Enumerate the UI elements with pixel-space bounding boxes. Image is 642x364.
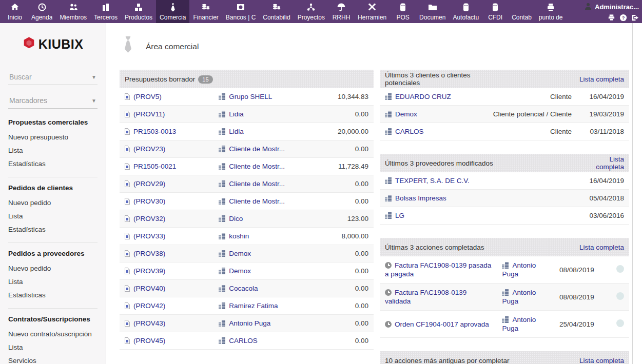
autoinvoice-database-icon xyxy=(461,2,471,12)
document-icon xyxy=(125,180,130,187)
company-link[interactable]: Demox xyxy=(229,267,251,275)
company-link[interactable]: Ramirez Fatima xyxy=(229,302,278,310)
amount: 123.00 xyxy=(318,210,374,228)
nav-rrhh[interactable]: RRHH xyxy=(328,0,354,23)
sidebar-item-estadisticas-propuestas[interactable]: Estadísticas xyxy=(8,157,98,171)
sidebar-title-contratos[interactable]: Contratos/Suscripciones xyxy=(8,315,98,323)
nav-inicio[interactable]: Inicio xyxy=(2,0,28,23)
customers-full-list-link[interactable]: Lista completa xyxy=(579,75,624,83)
customer-link[interactable]: Demox xyxy=(395,110,417,118)
sidebar-item-lista-pedidos-clientes[interactable]: Lista xyxy=(8,210,98,223)
customer-link[interactable]: EDUARDO CRUZ xyxy=(395,93,451,100)
company-link[interactable]: Cliente de Mostr... xyxy=(229,163,285,170)
commercial-area-icon xyxy=(120,35,137,57)
page-title: Área comercial xyxy=(146,42,199,51)
proposal-ref-link[interactable]: (PROV45) xyxy=(133,337,165,345)
nav-contabilidad[interactable]: Contabilid xyxy=(259,0,294,23)
company-icon xyxy=(219,146,225,152)
proposal-ref-link[interactable]: (PROV39) xyxy=(133,267,165,275)
nav-documentos[interactable]: Documen xyxy=(416,0,449,23)
scrollbar-edge[interactable] xyxy=(632,23,633,364)
pos-database-icon xyxy=(398,2,408,12)
commercial-tie-icon xyxy=(168,2,178,12)
company-icon xyxy=(219,233,225,239)
company-link[interactable]: Cocacola xyxy=(229,285,258,292)
proposal-ref-link[interactable]: (PROV38) xyxy=(133,250,165,257)
nav-cfdi[interactable]: CFDI xyxy=(482,0,508,23)
proposal-ref-link[interactable]: (PROV40) xyxy=(133,285,165,292)
sidebar-item-lista-pedidos-proveedores[interactable]: Lista xyxy=(8,275,98,289)
company-link[interactable]: Lidia xyxy=(229,128,244,135)
actions-todo-full-list-link[interactable]: Lista completa xyxy=(579,357,624,364)
nav-productos[interactable]: Productos xyxy=(121,0,156,23)
proposal-ref-link[interactable]: (PROV23) xyxy=(133,145,165,153)
company-link[interactable]: Grupo SHELL xyxy=(229,93,272,100)
company-link[interactable]: Antonio Puga xyxy=(229,319,270,327)
company-link[interactable]: Lidia xyxy=(229,110,244,118)
company-link[interactable]: CARLOS xyxy=(229,337,258,345)
company-link[interactable]: Cliente de Mostr... xyxy=(229,180,285,188)
nav-comercial-active[interactable]: Comercia xyxy=(156,0,189,23)
sidebar-title-pedidos-clientes[interactable]: Pedidos de clientes xyxy=(8,184,98,192)
proposal-ref-link[interactable]: PR1505-0021 xyxy=(133,163,176,170)
search-select[interactable]: Buscar ▼ xyxy=(8,69,98,85)
print-icon[interactable] xyxy=(608,14,615,22)
action-link[interactable]: Factura FAC1908-0139 validada xyxy=(385,289,466,305)
actions-done-full-list-link[interactable]: Lista completa xyxy=(579,244,624,251)
proposal-ref-link[interactable]: PR1503-0013 xyxy=(133,128,176,135)
sidebar-title-pedidos-proveedores[interactable]: Pedidos a proveedores xyxy=(8,250,98,257)
nav-bancos[interactable]: Bancos | C xyxy=(222,0,259,23)
company-link[interactable]: Cliente de Mostr... xyxy=(229,197,285,205)
company-link[interactable]: koshin xyxy=(229,232,249,240)
proposal-ref-link[interactable]: (PROV5) xyxy=(133,93,162,100)
nav-contab[interactable]: Contab xyxy=(508,0,535,23)
sidebar-item-nuevo-contrato[interactable]: Nuevo contrato/suscripción xyxy=(8,328,98,341)
logout-icon[interactable] xyxy=(631,14,639,22)
sidebar-item-nuevo-pedido-cliente[interactable]: Nuevo pedido xyxy=(8,196,98,210)
supplier-link[interactable]: Bolsas Impresas xyxy=(395,194,446,202)
customer-link[interactable]: CARLOS xyxy=(395,128,424,135)
sidebar-item-lista-contratos[interactable]: Lista xyxy=(8,341,98,354)
sidebar-title-propuestas[interactable]: Propuestas comerciales xyxy=(8,118,98,126)
nav-terceros[interactable]: Terceros xyxy=(90,0,121,23)
proposal-ref-link[interactable]: (PROV42) xyxy=(133,302,165,310)
proposal-ref-link[interactable]: (PROV30) xyxy=(133,197,165,205)
proposal-ref-link[interactable]: (PROV11) xyxy=(133,110,165,118)
nav-agenda[interactable]: Agenda xyxy=(28,0,56,23)
sidebar-item-servicios[interactable]: Servicios xyxy=(8,354,98,364)
nav-autofactura[interactable]: Autofactu xyxy=(449,0,482,23)
help-icon[interactable]: ? xyxy=(619,14,627,22)
sidebar-item-nuevo-pedido-proveedor[interactable]: Nuevo pedido xyxy=(8,262,98,275)
nav-pos[interactable]: POS xyxy=(390,0,416,23)
supplier-link[interactable]: TEXPERT, S.A. DE C.V. xyxy=(395,177,470,185)
nav-proyectos[interactable]: Proyectos xyxy=(294,0,328,23)
action-link[interactable]: Orden CF1904-0017 aprovada xyxy=(395,320,489,328)
last-customers-table: Últimos 3 clientes o clientes potenciale… xyxy=(380,70,629,140)
cfdi-database-icon xyxy=(490,2,500,12)
company-link[interactable]: Dico xyxy=(229,215,243,223)
sidebar-item-estadisticas-pedidos-proveedores[interactable]: Estadísticas xyxy=(8,289,98,302)
company-icon xyxy=(502,262,509,269)
company-icon xyxy=(385,128,392,135)
blank-icon xyxy=(516,2,527,12)
document-icon xyxy=(125,302,130,309)
company-link[interactable]: Demox xyxy=(229,250,251,257)
sidebar-item-lista-propuestas[interactable]: Lista xyxy=(8,144,98,157)
amount: 0.00 xyxy=(318,262,374,280)
bookmarks-select[interactable]: Marcadores ▼ xyxy=(8,92,98,109)
user-menu[interactable]: Administrac... xyxy=(584,2,639,12)
sidebar-item-nuevo-presupuesto[interactable]: Nuevo presupuesto xyxy=(8,131,98,144)
nav-miembros[interactable]: Miembros xyxy=(56,0,90,23)
proposal-ref-link[interactable]: (PROV32) xyxy=(133,215,165,223)
nav-financiera[interactable]: Financier xyxy=(189,0,222,23)
supplier-link[interactable]: LG xyxy=(395,212,404,219)
sidebar-item-estadisticas-pedidos-clientes[interactable]: Estadísticas xyxy=(8,223,98,236)
proposal-ref-link[interactable]: (PROV29) xyxy=(133,180,165,188)
nav-punto-de-venta[interactable]: punto de xyxy=(535,0,567,23)
action-link[interactable]: Factura FAC1908-0139 pasada a pagada xyxy=(385,261,491,278)
suppliers-full-list-link[interactable]: Lista completa xyxy=(596,155,624,171)
proposal-ref-link[interactable]: (PROV43) xyxy=(133,319,165,327)
proposal-ref-link[interactable]: (PROV33) xyxy=(133,232,165,240)
company-link[interactable]: Cliente de Mostr... xyxy=(229,145,285,153)
nav-herramientas[interactable]: Herramien xyxy=(354,0,390,23)
